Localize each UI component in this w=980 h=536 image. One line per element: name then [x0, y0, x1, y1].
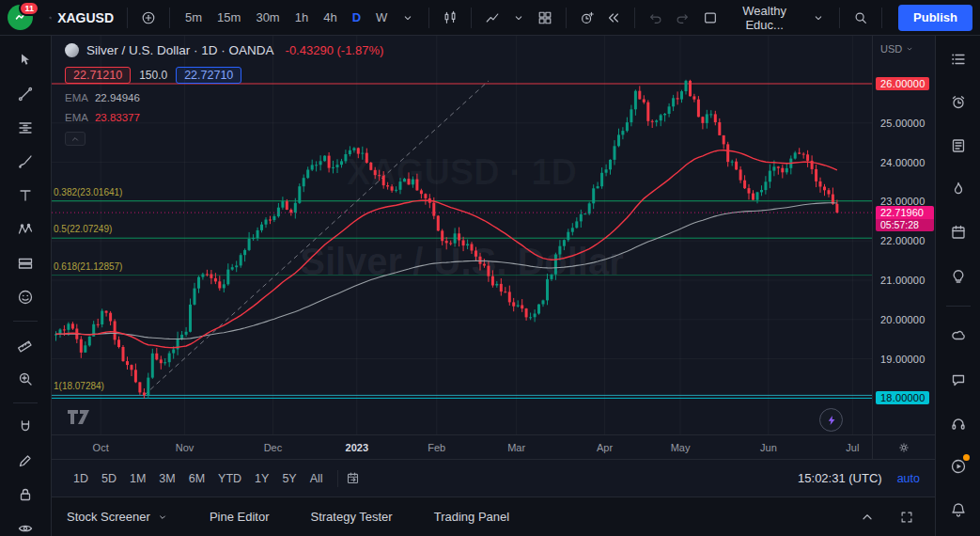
panel-hotlists[interactable]: [942, 171, 974, 207]
range-ytd[interactable]: YTD: [211, 469, 248, 488]
app-logo[interactable]: 11: [8, 5, 33, 30]
panel-tutorials[interactable]: [942, 449, 974, 484]
time-tick: Oct: [93, 442, 109, 453]
tool-emoji[interactable]: [9, 282, 41, 312]
publish-button[interactable]: Publish: [898, 5, 972, 31]
tool-magnet[interactable]: [9, 412, 41, 442]
range-all[interactable]: All: [303, 469, 330, 488]
range-1m[interactable]: 1M: [123, 469, 152, 488]
range-6m[interactable]: 6M: [182, 469, 211, 488]
tool-ruler[interactable]: [9, 330, 41, 360]
magnet-icon: [17, 418, 34, 435]
indicators-button[interactable]: [480, 5, 505, 31]
gear-icon: [897, 441, 910, 454]
undo-button[interactable]: [644, 5, 668, 31]
range-1y[interactable]: 1Y: [248, 469, 275, 488]
eye-icon: [17, 520, 34, 536]
tab-label: Strategy Tester: [310, 510, 392, 524]
tab-trading-panel[interactable]: Trading Panel: [434, 510, 509, 524]
panel-watchlist[interactable]: [942, 41, 974, 77]
tab-stock-screener[interactable]: Stock Screener: [67, 510, 168, 524]
tool-lock[interactable]: [9, 480, 41, 510]
maximize-panel-button[interactable]: [894, 504, 920, 530]
quick-search-button[interactable]: [848, 5, 873, 31]
comments-icon: [950, 371, 967, 388]
time-axis-settings-button[interactable]: [872, 435, 935, 459]
tool-edit[interactable]: [9, 446, 41, 476]
tradingview-logo[interactable]: [65, 409, 93, 425]
watchlist-icon: [950, 51, 967, 68]
clock-display[interactable]: 15:02:31 (UTC): [798, 471, 882, 485]
symbol-search-button[interactable]: XAGUSD: [44, 5, 118, 31]
tab-strategy-tester[interactable]: Strategy Tester: [310, 510, 392, 524]
tool-brush[interactable]: [9, 147, 41, 177]
interval-15m[interactable]: 15m: [210, 6, 247, 30]
range-1d[interactable]: 1D: [67, 469, 95, 488]
price-tick: 21.00000: [880, 275, 925, 286]
tradingview-app: { "topbar": { "badge_count": "11", "symb…: [0, 0, 980, 536]
panel-streams[interactable]: [942, 405, 974, 441]
chats-icon: [950, 328, 967, 345]
range-5d[interactable]: 5D: [95, 469, 123, 488]
price-tick: 24.00000: [880, 157, 925, 168]
collapse-panel-button[interactable]: [854, 504, 880, 530]
panel-calendar[interactable]: [942, 214, 974, 250]
interval-30m[interactable]: 30m: [249, 6, 286, 30]
tool-trendline[interactable]: [9, 79, 41, 109]
interval-1h[interactable]: 1h: [288, 6, 315, 30]
tool-zoom[interactable]: [9, 364, 41, 394]
instrument-title[interactable]: Silver / U.S. Dollar · 1D · OANDA: [86, 43, 274, 57]
tool-eye[interactable]: [9, 513, 41, 536]
panel-notifications[interactable]: [942, 492, 974, 528]
panel-news[interactable]: [942, 128, 974, 164]
interval-4h[interactable]: 4h: [317, 6, 343, 30]
bid-price[interactable]: 22.71210: [65, 67, 131, 84]
redo-button[interactable]: [670, 5, 694, 31]
currency-selector[interactable]: USD: [880, 43, 914, 55]
interval-menu-caret[interactable]: [396, 5, 420, 31]
interval-5m[interactable]: 5m: [179, 6, 209, 30]
create-alert-button[interactable]: [575, 5, 599, 31]
tool-text[interactable]: [9, 181, 41, 211]
tab-pine-editor[interactable]: Pine Editor: [210, 510, 270, 524]
panel-alerts[interactable]: [942, 85, 974, 120]
boost-button[interactable]: [819, 408, 843, 432]
tool-cursor[interactable]: [9, 45, 41, 75]
chart-style-button[interactable]: [438, 5, 462, 31]
zoom-icon: [17, 370, 34, 387]
interval-D[interactable]: D: [346, 6, 367, 30]
time-tick: Dec: [264, 442, 283, 453]
tool-xabcd-pattern[interactable]: [9, 214, 41, 244]
layout-menu-caret[interactable]: [806, 5, 831, 31]
indicator-row[interactable]: EMA22.94946: [65, 92, 383, 103]
multichart-layout-button[interactable]: [533, 5, 557, 31]
interval-W[interactable]: W: [369, 6, 394, 30]
indicators-caret[interactable]: [506, 5, 531, 31]
time-axis[interactable]: OctNovDec2023FebMarAprMayJunJul: [52, 434, 935, 459]
price-axis[interactable]: USD26.0000025.0000024.0000023.0000022.00…: [872, 36, 935, 434]
legend-collapse-button[interactable]: [65, 132, 86, 146]
panel-buttons: [854, 504, 920, 530]
range-5y[interactable]: 5Y: [275, 469, 303, 488]
tool-long-position[interactable]: [9, 248, 41, 278]
right-sidebar: [935, 36, 980, 536]
indicator-row[interactable]: EMA23.83377: [65, 112, 383, 123]
time-tick: 2023: [346, 442, 368, 453]
chart-area[interactable]: XAGUSD · 1D Silver / U.S. Dollar Silver …: [52, 36, 935, 434]
compare-add-symbol-button[interactable]: [136, 5, 161, 31]
bar-replay-button[interactable]: [601, 5, 626, 31]
indicator-label: EMA: [65, 92, 88, 103]
tool-fib-retracement[interactable]: [9, 113, 41, 143]
price-tick: 19.00000: [880, 354, 925, 365]
range-3m[interactable]: 3M: [152, 469, 181, 488]
panel-chats[interactable]: [942, 319, 974, 355]
fib-level-label: 1(18.07284): [54, 381, 104, 391]
save-layout-button[interactable]: [698, 5, 723, 31]
auto-scale-button[interactable]: auto: [897, 472, 920, 485]
ask-price[interactable]: 22.72710: [176, 67, 241, 84]
toolbar-separator: [169, 8, 170, 28]
go-to-date-button[interactable]: [346, 471, 360, 485]
panel-ideas[interactable]: [942, 258, 974, 293]
panel-comments[interactable]: [942, 362, 974, 398]
layout-name-button[interactable]: Wealthy Educ...: [724, 5, 804, 31]
